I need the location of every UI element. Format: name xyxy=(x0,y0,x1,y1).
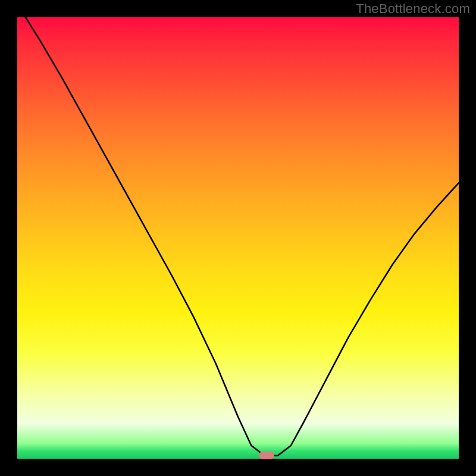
chart-curve xyxy=(0,0,476,476)
chart-frame: TheBottleneck.com xyxy=(0,0,476,476)
optimal-point-marker xyxy=(259,452,274,459)
